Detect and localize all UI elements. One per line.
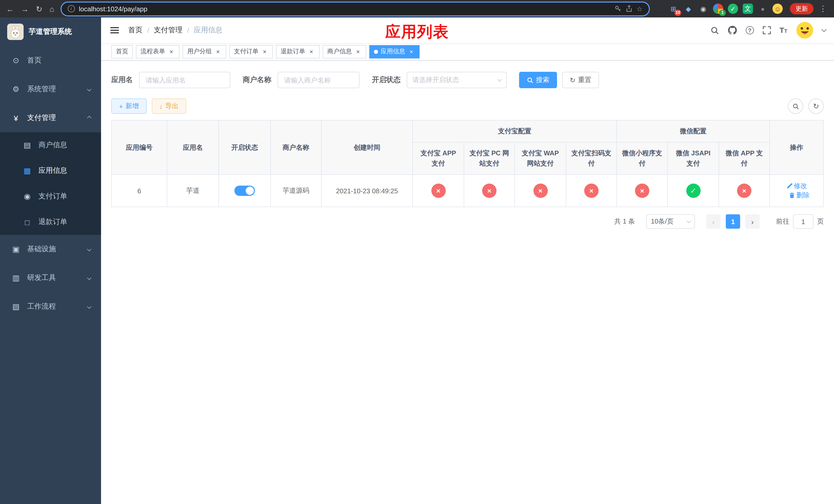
fullscreen-icon[interactable] [763, 26, 771, 35]
col-created: 创建时间 [321, 120, 413, 175]
green-check-extension-icon[interactable]: ✓ [728, 4, 738, 14]
view-tab[interactable]: 用户分组 × [182, 45, 226, 58]
search-button[interactable]: 搜索 [519, 72, 557, 88]
merchant-name-label: 商户名称 [243, 75, 271, 85]
caret-down-icon[interactable] [821, 27, 827, 32]
sidebar-item[interactable]: ▧ 工作流程 [0, 292, 101, 321]
delete-button[interactable]: 删除 [789, 191, 810, 200]
github-icon[interactable] [728, 26, 737, 35]
refresh-table-button[interactable]: ↻ [808, 98, 824, 114]
sidebar-item[interactable]: ▦ 应用信息 [0, 158, 101, 184]
green-chat-extension-icon[interactable]: 文 [743, 4, 753, 14]
user-avatar[interactable] [796, 22, 813, 39]
col-app-name: 应用名 [167, 120, 219, 175]
close-icon[interactable]: × [168, 48, 175, 55]
reload-icon[interactable]: ↻ [36, 5, 42, 13]
page-content: 应用名 商户名称 开启状态 请选择开启状态 搜索 [101, 61, 834, 504]
active-dot-icon [374, 49, 378, 53]
sidebar-item[interactable]: ▣ 基础设施 [0, 235, 101, 264]
dark-shape-extension-icon[interactable]: ● [758, 4, 768, 14]
status-select[interactable]: 请选择开启状态 [407, 72, 507, 88]
extension-glyph: ✓ [730, 5, 736, 13]
smiley-extension-icon[interactable]: ☺ [772, 4, 783, 14]
sidebar-item[interactable]: ◉ 支付订单 [0, 184, 101, 209]
back-icon[interactable]: ← [6, 5, 14, 13]
puzzle-extension-icon[interactable]: ⊞ 10 [668, 4, 679, 14]
right-toolbar: ↻ [788, 98, 824, 114]
font-size-icon[interactable]: TT [780, 26, 787, 35]
color-wheel-extension-icon[interactable]: 1 [713, 4, 723, 14]
extension-badge: 10 [675, 10, 681, 16]
add-button[interactable]: + 新增 [111, 98, 147, 114]
view-tab[interactable]: 支付订单 × [229, 45, 273, 58]
plus-icon: + [119, 102, 123, 110]
breadcrumb-home[interactable]: 首页 [128, 26, 142, 35]
dev-tools-icon: ▥ [10, 273, 22, 282]
search-icon [792, 103, 799, 110]
col-wechat-mini: 微信小程序支付 [617, 142, 667, 175]
merchant-name-input[interactable] [278, 72, 359, 88]
yen-icon: ¥ [10, 114, 22, 122]
sidebar-toggle-button[interactable] [109, 25, 120, 36]
sidebar-item-label: 工作流程 [27, 302, 56, 311]
sidebar-item[interactable]: ⚙ 系统管理 [0, 75, 101, 104]
col-wechat-jsapi: 微信 JSAPI 支付 [667, 142, 719, 175]
site-info-icon[interactable]: i [67, 5, 74, 12]
app-grid-icon: ▦ [22, 166, 33, 175]
edit-button[interactable]: 修改 [786, 182, 807, 191]
sidebar: 芋道管理系统 ⊙ 首页 ⚙ 系统管理 [0, 18, 101, 504]
navbar-actions: ? TT [710, 22, 826, 39]
diamond-extension-icon[interactable]: ◆ [683, 4, 694, 14]
app-name-input[interactable] [139, 72, 230, 88]
home-icon[interactable]: ⌂ [49, 5, 54, 13]
chevron-icon [87, 276, 91, 280]
toggle-search-button[interactable] [788, 98, 803, 114]
filter-form: 应用名 商户名称 开启状态 请选择开启状态 搜索 [111, 72, 824, 88]
view-tab[interactable]: 应用信息 × [369, 45, 420, 58]
sidebar-item[interactable]: ▤ 商户信息 [0, 132, 101, 158]
close-icon[interactable]: × [214, 48, 222, 55]
close-icon[interactable]: × [408, 48, 415, 55]
page-size-select[interactable]: 10条/页 [646, 214, 695, 229]
help-icon[interactable]: ? [746, 26, 754, 35]
browser-menu-icon[interactable]: ⋮ [818, 4, 828, 13]
dark-circle-extension-icon[interactable]: ◉ [698, 4, 708, 14]
next-page-button[interactable]: › [745, 214, 760, 229]
extension-badge: 1 [719, 10, 726, 16]
col-alipay-qr: 支付宝扫码支付 [566, 142, 617, 175]
address-bar[interactable]: i localhost:1024/pay/app ☆ [61, 2, 649, 15]
view-tab[interactable]: 商户信息 × [323, 45, 366, 58]
chevron-icon [87, 87, 91, 92]
status-indicator: ✓ [686, 184, 700, 198]
view-tab[interactable]: 首页 [111, 45, 133, 58]
tab-label: 商户信息 [327, 47, 352, 56]
browser-update-button[interactable]: 更新 [790, 3, 813, 14]
forward-icon[interactable]: → [21, 5, 29, 13]
bookmark-star-icon[interactable]: ☆ [637, 5, 642, 13]
sidebar-item[interactable]: ▥ 研发工具 [0, 264, 101, 292]
breadcrumb-pay[interactable]: 支付管理 [154, 26, 182, 35]
view-tab[interactable]: 退款订单 × [276, 45, 320, 58]
cell-created: 2021-10-23 08:49:25 [321, 175, 413, 207]
current-page-button[interactable]: 1 [726, 214, 740, 229]
status-switch[interactable] [235, 186, 255, 196]
password-key-icon[interactable] [614, 5, 622, 12]
share-icon[interactable] [626, 5, 632, 12]
col-actions: 操作 [770, 120, 824, 175]
sidebar-item[interactable]: ¥ 支付管理 [0, 104, 101, 132]
search-icon[interactable] [710, 26, 719, 35]
close-icon[interactable]: × [261, 48, 268, 55]
sidebar-item-label: 基础设施 [27, 245, 56, 254]
sidebar-item[interactable]: ⊙ 首页 [0, 46, 101, 75]
breadcrumb-current: 应用信息 [194, 26, 223, 35]
col-alipay-app: 支付宝 APP 支付 [413, 142, 464, 175]
close-icon[interactable]: × [308, 48, 315, 55]
goto-page-input[interactable] [793, 214, 813, 229]
view-tab[interactable]: 流程表单 × [136, 45, 179, 58]
reset-button[interactable]: ↻ 重置 [562, 72, 599, 88]
close-icon[interactable]: × [354, 48, 361, 55]
prev-page-button[interactable]: ‹ [706, 214, 721, 229]
export-button[interactable]: ↓ 导出 [152, 98, 186, 114]
table-row: 6 芋道 芋道源码 2021-10-23 08:49:25 × × × × × … [112, 175, 824, 207]
sidebar-item[interactable]: □ 退款订单 [0, 209, 101, 235]
